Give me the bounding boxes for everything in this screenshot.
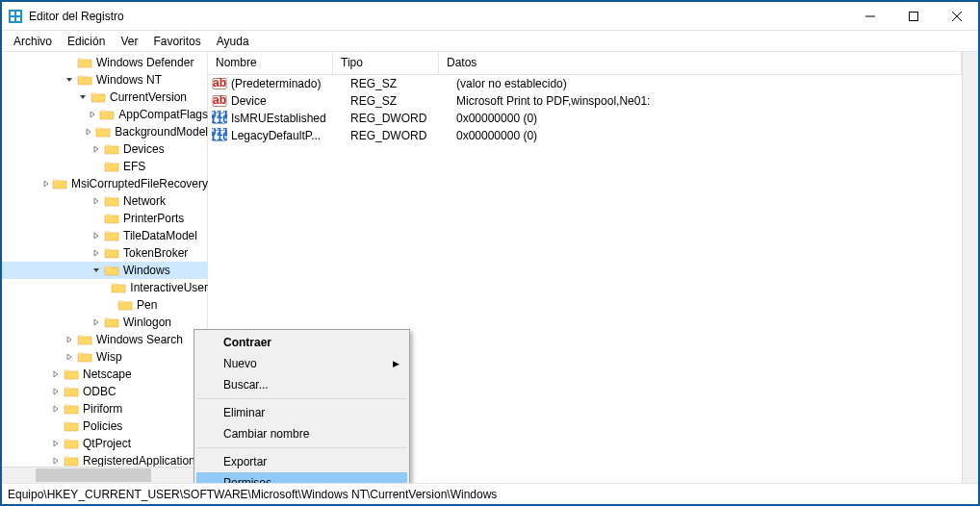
tree-item[interactable]: Network (2, 192, 208, 210)
expand-toggle[interactable] (90, 230, 102, 241)
context-menu-item[interactable]: Buscar... (196, 374, 407, 395)
expand-toggle[interactable] (90, 247, 102, 259)
expand-toggle[interactable] (83, 126, 93, 138)
expand-toggle[interactable] (90, 316, 102, 328)
tree-item[interactable]: Wisp (2, 348, 208, 366)
tree-item[interactable]: EFS (2, 158, 208, 175)
tree-horizontal-scrollbar[interactable] (2, 467, 207, 483)
value-name: (Predeterminado) (231, 77, 350, 90)
expand-toggle[interactable] (50, 403, 62, 415)
string-value-icon: ab (212, 76, 227, 91)
tree-item[interactable]: Windows NT (2, 71, 208, 89)
expand-toggle[interactable] (50, 455, 62, 467)
context-menu-item[interactable]: Permisos... (196, 472, 407, 483)
menu-favoritos[interactable]: Favoritos (145, 33, 208, 50)
expand-toggle[interactable] (90, 195, 102, 207)
context-menu-item[interactable]: Exportar (196, 451, 407, 472)
tree-item[interactable]: CurrentVersion (2, 89, 208, 106)
tree-item[interactable]: InteractiveUser (2, 279, 208, 296)
tree-item-label: InteractiveUser (130, 281, 208, 294)
tree-item[interactable]: RegisteredApplications (2, 452, 208, 467)
expand-toggle[interactable] (64, 74, 75, 86)
svg-rect-3 (11, 17, 14, 21)
folder-icon (64, 402, 79, 416)
tree-item[interactable]: Windows Defender (2, 54, 208, 71)
expand-toggle[interactable] (64, 334, 75, 345)
expand-toggle[interactable] (64, 351, 75, 363)
tree-item[interactable]: TileDataModel (2, 227, 208, 244)
registry-tree[interactable]: Windows DefenderWindows NTCurrentVersion… (2, 52, 208, 467)
menu-ver[interactable]: Ver (113, 33, 145, 50)
minimize-button[interactable] (848, 2, 891, 30)
list-row[interactable]: ab(Predeterminado)REG_SZ(valor no establ… (208, 75, 962, 92)
expand-toggle[interactable] (50, 438, 62, 449)
folder-icon (64, 454, 79, 467)
svg-rect-2 (16, 12, 20, 15)
tree-item[interactable]: AppCompatFlags (2, 106, 208, 123)
expand-toggle[interactable] (90, 265, 102, 276)
tree-item[interactable]: Devices (2, 140, 208, 158)
tree-item[interactable]: QtProject (2, 435, 208, 452)
tree-item[interactable]: BackgroundModel (2, 123, 208, 140)
list-row[interactable]: 011110LegacyDefaultP...REG_DWORD0x000000… (208, 127, 962, 144)
tree-item[interactable]: TokenBroker (2, 244, 208, 262)
tree-item[interactable]: Netscape (2, 366, 208, 383)
value-data: (valor no establecido) (456, 77, 962, 90)
header-name[interactable]: Nombre (208, 52, 333, 74)
list-row[interactable]: abDeviceREG_SZMicrosoft Print to PDF,win… (208, 92, 962, 110)
menu-ayuda[interactable]: Ayuda (209, 33, 257, 50)
close-button[interactable] (935, 2, 978, 30)
tree-item[interactable]: PrinterPorts (2, 210, 208, 227)
folder-icon (90, 90, 106, 104)
folder-icon (104, 194, 119, 208)
menu-edicion[interactable]: Edición (60, 33, 113, 50)
tree-item[interactable]: Policies (2, 417, 208, 435)
value-data: Microsoft Print to PDF,winspool,Ne01: (456, 94, 962, 108)
context-menu-item[interactable]: Contraer (196, 332, 407, 353)
expand-toggle[interactable] (50, 420, 62, 432)
expand-toggle[interactable] (87, 109, 97, 120)
tree-item[interactable]: Windows (2, 262, 208, 279)
expand-toggle[interactable] (90, 143, 102, 155)
menu-item-label: Permisos... (223, 476, 281, 483)
tree-item[interactable]: ODBC (2, 383, 208, 400)
folder-icon (95, 125, 111, 139)
value-name: IsMRUEstablished (231, 112, 350, 125)
value-data: 0x00000000 (0) (456, 129, 962, 142)
maximize-button[interactable] (891, 2, 935, 30)
tree-item[interactable]: MsiCorruptedFileRecovery (2, 175, 208, 192)
header-type[interactable]: Tipo (333, 52, 439, 74)
expand-toggle[interactable] (42, 178, 50, 190)
expand-toggle[interactable] (50, 386, 62, 397)
menu-archivo[interactable]: Archivo (6, 33, 60, 50)
menu-item-label: Buscar... (223, 378, 269, 392)
tree-item-label: Pen (137, 298, 157, 312)
expand-toggle[interactable] (77, 91, 89, 103)
context-menu-item[interactable]: Nuevo▶ (196, 353, 407, 374)
svg-rect-4 (16, 17, 20, 21)
expand-toggle[interactable] (50, 368, 62, 380)
folder-icon (64, 385, 79, 398)
context-menu-item[interactable]: Eliminar (196, 402, 407, 423)
menu-item-label: Cambiar nombre (223, 427, 309, 441)
list-vertical-scrollbar[interactable] (962, 52, 978, 483)
header-data[interactable]: Datos (439, 52, 962, 74)
dword-value-icon: 011110 (212, 111, 227, 126)
menu-item-label: Exportar (223, 455, 267, 468)
expand-toggle[interactable] (90, 161, 102, 172)
tree-item[interactable]: Windows Search (2, 331, 208, 348)
svg-rect-6 (909, 12, 917, 20)
expand-toggle[interactable] (90, 213, 102, 224)
tree-item[interactable]: Winlogon (2, 314, 208, 331)
expand-toggle[interactable] (64, 57, 75, 68)
value-type: REG_SZ (350, 77, 456, 90)
expand-toggle[interactable] (104, 299, 116, 311)
expand-toggle[interactable] (98, 282, 109, 293)
tree-item[interactable]: Piriform (2, 400, 208, 417)
tree-item[interactable]: Pen (2, 296, 208, 314)
folder-icon (104, 264, 119, 277)
context-menu-item[interactable]: Cambiar nombre (196, 423, 407, 444)
tree-item-label: Windows Search (96, 333, 183, 346)
tree-item-label: ODBC (83, 385, 116, 398)
list-row[interactable]: 011110IsMRUEstablishedREG_DWORD0x0000000… (208, 110, 962, 127)
